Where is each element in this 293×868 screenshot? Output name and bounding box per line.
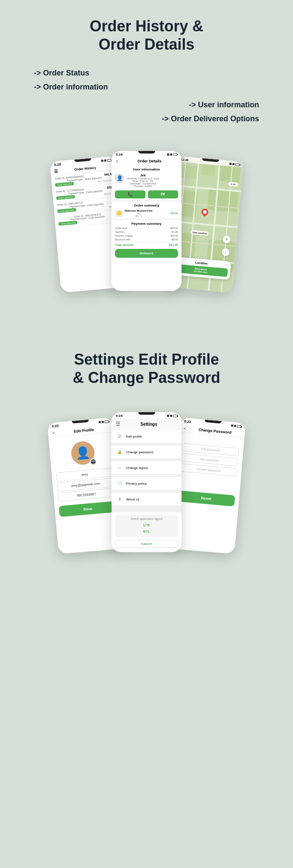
sm-cancel-button[interactable]: Cancel	[115, 540, 178, 548]
ep-camera-button[interactable]: 📷	[89, 458, 97, 466]
svg-rect-2	[202, 165, 215, 176]
phones-row2: 5:23 < Edit Profile 👤 📷 emy emy@yopmail.…	[13, 408, 280, 569]
section2-title: Settings Edit Profile & Change Password	[13, 350, 280, 387]
sm-change-layout-item[interactable]: ↔ Change layout	[112, 461, 181, 474]
map-close-button[interactable]: ×	[226, 263, 228, 267]
sm-privacy-item[interactable]: 📄 Privacy policy	[112, 477, 181, 490]
od-user-info: 👤 Jek Haridwar, Uttarakhand, India Door …	[112, 172, 181, 189]
sm-menu-icon[interactable]: ☰	[116, 421, 120, 427]
bullets-right: -> User information -> Order Delivered O…	[13, 98, 280, 126]
sm-privacy-icon: 📄	[117, 480, 123, 486]
od-call-button[interactable]: 📞	[115, 190, 145, 198]
product-image: 🟡	[115, 209, 123, 217]
od-discount: Discount offer -$0.00	[112, 238, 181, 242]
od-nav-header: < Order Details	[112, 157, 181, 166]
od-user-avatar: 👤	[115, 173, 124, 183]
map-pin	[200, 208, 209, 219]
cp-reset-button[interactable]: Reset	[177, 491, 235, 507]
section1: Order History & Order Details -> Order S…	[0, 0, 293, 325]
od-tax: Tax(5%) $1.00	[112, 230, 181, 234]
ep-back-button[interactable]: <	[52, 431, 55, 435]
section2: Settings Edit Profile & Change Password …	[0, 325, 293, 582]
od-back-button[interactable]: <	[116, 159, 118, 164]
od-delivery: Delivery charge $10.00	[112, 234, 181, 238]
bullet4: -> Order Delivered Options	[13, 112, 259, 126]
svg-rect-1	[180, 165, 198, 179]
sm-layout-popup: Select application layout LTR RTL	[115, 515, 178, 537]
bullet1: -> Order Status	[34, 66, 280, 80]
bullet2: -> Order information	[34, 80, 280, 94]
ep-avatar-container: 👤 📷	[49, 433, 117, 472]
phones-row1: 5:20 ☰ Order History Order Id : BHWO4SNR	[13, 138, 280, 312]
od-order-total: Order total $20.00	[112, 226, 181, 230]
od-map-button[interactable]: 🗺	[148, 190, 179, 198]
phone-settings: 5:24 ☰ Settings ☑ Edit profile 🔒 Change …	[112, 412, 181, 552]
menu-icon: ☰	[54, 169, 58, 174]
bullet3: -> User information	[13, 98, 259, 112]
svg-rect-5	[207, 189, 239, 212]
section1-title: Order History & Order Details	[13, 17, 280, 53]
sm-change-password-item[interactable]: 🔒 Change password	[112, 446, 181, 459]
map-weather: ☀ 8d°	[229, 182, 238, 187]
sm-lock-icon: 🔒	[117, 449, 123, 455]
sm-about-item[interactable]: ℹ About us	[112, 493, 181, 506]
ep-save-button[interactable]: Save	[59, 501, 117, 517]
od-product-row: 🟡 Delicious Mustard Fine 2kg Qty : 1 $20…	[112, 208, 181, 218]
sm-rtl-option[interactable]: RTL	[117, 528, 176, 535]
od-total: Total amount $31.00	[112, 242, 181, 247]
sm-ltr-option[interactable]: LTR	[117, 522, 176, 528]
sm-layout-icon: ↔	[117, 465, 123, 471]
sm-edit-profile-item[interactable]: ☑ Edit profile	[112, 430, 181, 443]
sm-edit-icon: ☑	[117, 433, 123, 439]
ep-avatar: 👤 📷	[70, 441, 96, 466]
od-action-buttons: 📞 🗺	[112, 189, 181, 200]
phone-order-details: 5:19 < Order Details User information 👤 …	[112, 151, 181, 291]
sm-header: ☰ Settings	[112, 419, 181, 430]
sm-about-icon: ℹ	[117, 496, 123, 502]
cp-back-button[interactable]: <	[183, 426, 186, 431]
od-deliver-button[interactable]: Deliverd	[115, 249, 178, 258]
bullets-left: -> Order Status -> Order information	[13, 66, 280, 94]
